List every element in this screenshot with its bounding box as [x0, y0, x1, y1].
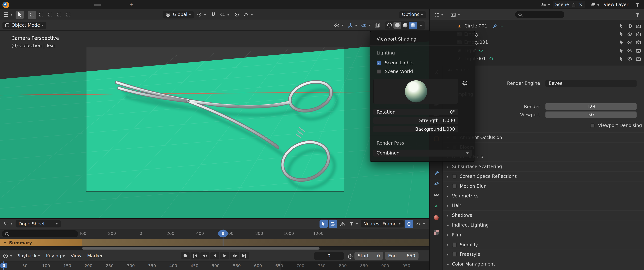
scene-world-checkbox[interactable] [376, 69, 381, 74]
workspace-tab[interactable] [102, 4, 110, 5]
workspace-tab[interactable] [86, 4, 93, 5]
display-mode-dropdown[interactable] [449, 11, 461, 19]
selectable-toggle-icon[interactable] [619, 40, 624, 45]
tab-modifiers-icon[interactable] [433, 169, 440, 176]
scene-icon[interactable] [540, 1, 552, 9]
duplicate-scene-icon[interactable] [572, 2, 576, 7]
properties-panel-header[interactable]: ▸ Subsurface Scattering [443, 162, 644, 171]
render-samples-field[interactable]: 128 [545, 103, 636, 110]
start-frame-field[interactable]: Start0 [354, 252, 383, 260]
selectable-toggle-icon[interactable] [619, 56, 624, 61]
shading-solid-button[interactable] [394, 21, 401, 29]
snap-mode-dropdown[interactable]: Nearest Frame [360, 220, 404, 227]
snap-toggle[interactable] [209, 10, 217, 18]
shading-rendered-button[interactable] [409, 21, 417, 29]
summary-channel-row[interactable]: Summary [0, 239, 429, 246]
play-button[interactable] [220, 252, 229, 259]
xray-toggle[interactable] [374, 21, 382, 29]
proportional-falloff-dropdown[interactable] [414, 220, 426, 228]
outliner-row[interactable]: Circle.001 ~ [430, 22, 644, 30]
view-layer-filter-icon[interactable] [633, 1, 642, 9]
snap-settings-dropdown[interactable] [219, 10, 231, 18]
tab-physics-icon[interactable] [433, 180, 440, 187]
selectable-toggle-icon[interactable] [619, 23, 624, 28]
disable-in-render-icon[interactable] [636, 40, 641, 45]
gear-icon[interactable] [462, 80, 468, 86]
disable-in-render-icon[interactable] [636, 23, 641, 28]
selectable-toggle-icon[interactable] [619, 48, 624, 53]
workspace-tab[interactable] [53, 4, 60, 5]
properties-panel-header[interactable]: ▸ Motion Blur [443, 181, 644, 191]
background-slider[interactable]: Background 1.000 [374, 126, 458, 132]
transform-orientation-dropdown[interactable]: Global [163, 11, 194, 18]
hdri-preview[interactable] [374, 79, 458, 104]
hide-in-viewport-icon[interactable] [627, 56, 632, 61]
strength-slider[interactable]: Strength 1.000 [374, 117, 458, 124]
end-frame-field[interactable]: End650 [385, 252, 418, 260]
play-reverse-button[interactable] [210, 252, 219, 259]
mode-dropdown[interactable]: Object Mode [2, 21, 46, 29]
hide-in-viewport-icon[interactable] [627, 48, 632, 53]
disable-in-render-icon[interactable] [636, 56, 641, 61]
scene-lights-checkbox[interactable] [376, 61, 381, 65]
panel-checkbox[interactable] [452, 184, 456, 188]
summary-keyframe-track[interactable] [82, 239, 429, 246]
rotation-field[interactable]: Rotation 0° [374, 109, 458, 115]
select-extend-button[interactable] [37, 10, 45, 18]
timeline-menu-item[interactable]: Playback [14, 251, 43, 261]
workspace-tab[interactable] [110, 4, 118, 5]
channel-search-input[interactable] [2, 230, 78, 237]
workspace-tab[interactable] [61, 4, 68, 5]
properties-panel-header[interactable]: ▸ Color Management [443, 259, 644, 269]
outliner-filter-icon[interactable] [634, 11, 642, 19]
proportional-editing-toggle[interactable] [232, 10, 241, 18]
dope-sheet-mode-dropdown[interactable]: Dope Sheet [16, 220, 61, 227]
outliner-search-input[interactable] [515, 11, 564, 18]
hide-in-viewport-icon[interactable] [627, 31, 632, 37]
proportional-falloff-dropdown[interactable] [242, 10, 254, 18]
filter-dropdown[interactable] [348, 220, 360, 228]
select-set-button[interactable] [28, 10, 36, 18]
view-layer-icon[interactable] [589, 1, 600, 9]
jump-to-end-button[interactable] [240, 252, 249, 259]
properties-panel-header[interactable]: ▸ Film [443, 230, 644, 240]
timeline-menu-item[interactable]: Marker [84, 251, 106, 261]
select-subtract-button[interactable] [46, 10, 54, 18]
properties-panel-header[interactable]: ▸ Hair [443, 201, 644, 210]
properties-panel-header[interactable]: ▸ Freestyle [443, 249, 644, 259]
select-invert-button[interactable] [55, 10, 63, 18]
scrollbar-thumb[interactable] [82, 247, 320, 250]
shading-wireframe-button[interactable] [386, 21, 394, 29]
preview-range-button[interactable] [346, 252, 354, 260]
properties-panel-header[interactable]: ▸ Simplify [443, 240, 644, 249]
show-hidden-filter-toggle[interactable] [329, 220, 337, 228]
shading-options-dropdown[interactable] [417, 21, 425, 29]
jump-to-start-button[interactable] [190, 252, 200, 259]
viewport-samples-field[interactable]: 50 [545, 112, 636, 118]
pivot-point-dropdown[interactable] [196, 10, 207, 18]
panel-checkbox[interactable] [452, 252, 456, 257]
viewport-3d[interactable]: Camera Perspective (0) Collection | Text [0, 31, 429, 218]
delete-scene-icon[interactable]: × [579, 2, 583, 7]
disable-in-render-icon[interactable] [636, 31, 641, 37]
visibility-dropdown[interactable] [333, 21, 345, 29]
selectable-toggle-icon[interactable] [619, 32, 624, 37]
tab-texture-icon[interactable] [433, 229, 440, 236]
tab-material-icon[interactable] [433, 214, 440, 221]
auto-keying-button[interactable] [181, 252, 190, 259]
workspace-tab[interactable] [45, 4, 52, 5]
prev-keyframe-button[interactable] [200, 252, 210, 259]
horizontal-scrollbar[interactable] [0, 246, 429, 251]
timeline-menu-item[interactable]: Keying [43, 251, 68, 261]
only-selected-filter-toggle[interactable] [320, 220, 328, 228]
active-tool-button[interactable] [16, 10, 24, 18]
workspace-tab[interactable] [94, 4, 101, 5]
gizmos-dropdown[interactable] [346, 21, 358, 29]
panel-checkbox[interactable] [452, 243, 456, 247]
proportional-editing-toggle[interactable] [405, 220, 413, 228]
select-intersect-button[interactable] [64, 10, 72, 18]
shading-material-button[interactable] [401, 21, 409, 29]
blender-logo-icon[interactable] [2, 1, 9, 8]
render-engine-dropdown[interactable]: Eevee [545, 80, 636, 87]
tab-constraints-icon[interactable] [433, 191, 440, 198]
